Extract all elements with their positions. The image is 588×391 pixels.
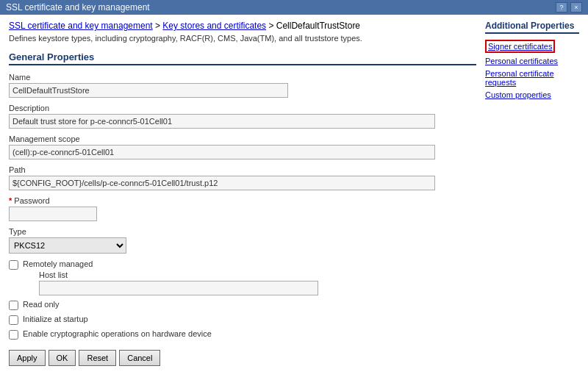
password-input[interactable] [9, 207, 97, 221]
read-only-label: Read only [23, 300, 60, 309]
read-only-row: Read only [9, 300, 476, 310]
remotely-managed-label: Remotely managed [23, 259, 318, 268]
initialize-checkbox[interactable] [9, 315, 18, 325]
description-input[interactable] [9, 114, 435, 129]
page-description: Defines keystore types, including crypto… [9, 34, 476, 43]
path-input[interactable] [9, 176, 435, 190]
type-label: Type [9, 227, 476, 236]
breadcrumb-sep-2: > [268, 21, 276, 31]
general-properties-header: General Properties [9, 51, 476, 65]
enable-crypto-row: Enable cryptographic operations on hardw… [9, 329, 476, 340]
breadcrumb-sep-1: > [155, 21, 162, 31]
password-field-group: * Password [9, 196, 476, 221]
ok-button[interactable]: OK [49, 350, 76, 366]
type-field-group: Type PKCS12 JKS JCEKS PKCS11 CMS [9, 227, 476, 254]
name-input[interactable] [9, 83, 288, 98]
host-list-group: Host list [39, 270, 318, 295]
personal-certificates-link[interactable]: Personal certificates [485, 57, 579, 65]
management-scope-field-group: Management scope [9, 134, 476, 159]
close-button[interactable]: × [570, 2, 582, 12]
signer-certificates-link[interactable]: Signer certificates [485, 40, 555, 53]
custom-properties-link[interactable]: Custom properties [485, 90, 579, 99]
remotely-managed-checkbox[interactable] [9, 260, 18, 270]
description-label: Description [9, 104, 476, 112]
initialize-row: Initialize at startup [9, 315, 476, 325]
host-list-input[interactable] [39, 281, 318, 295]
type-select[interactable]: PKCS12 JKS JCEKS PKCS11 CMS [9, 237, 126, 254]
management-scope-label: Management scope [9, 134, 476, 143]
enable-crypto-checkbox[interactable] [9, 330, 18, 340]
management-scope-input[interactable] [9, 145, 435, 159]
remotely-managed-row: Remotely managed Host list [9, 259, 476, 295]
help-button[interactable]: ? [556, 2, 567, 12]
reset-button[interactable]: Reset [79, 350, 116, 366]
name-label: Name [9, 73, 476, 82]
breadcrumb-link-2[interactable]: Key stores and certificates [162, 21, 266, 31]
password-required: * [9, 196, 12, 205]
initialize-label: Initialize at startup [23, 315, 88, 323]
breadcrumb: SSL certificate and key management > Key… [9, 21, 476, 31]
breadcrumb-link-1[interactable]: SSL certificate and key management [9, 21, 153, 31]
enable-crypto-label: Enable cryptographic operations on hardw… [23, 329, 212, 338]
host-list-label: Host list [39, 270, 318, 279]
personal-certificate-requests-link[interactable]: Personal certificate requests [485, 69, 579, 87]
path-label: Path [9, 165, 476, 174]
window-title: SSL certificate and key management [6, 2, 150, 12]
name-field-group: Name [9, 73, 476, 98]
right-panel: Additional Properties Signer certificate… [476, 21, 579, 366]
path-field-group: Path [9, 165, 476, 190]
cancel-button[interactable]: Cancel [119, 350, 160, 366]
breadcrumb-current: CellDefaultTrustStore [276, 21, 360, 31]
additional-properties-header: Additional Properties [485, 21, 579, 34]
apply-button[interactable]: Apply [9, 350, 46, 366]
password-label: * Password [9, 196, 476, 205]
description-field-group: Description [9, 104, 476, 129]
button-row: Apply OK Reset Cancel [9, 350, 476, 366]
title-bar: SSL certificate and key management ? × [0, 0, 588, 15]
read-only-checkbox[interactable] [9, 301, 18, 310]
